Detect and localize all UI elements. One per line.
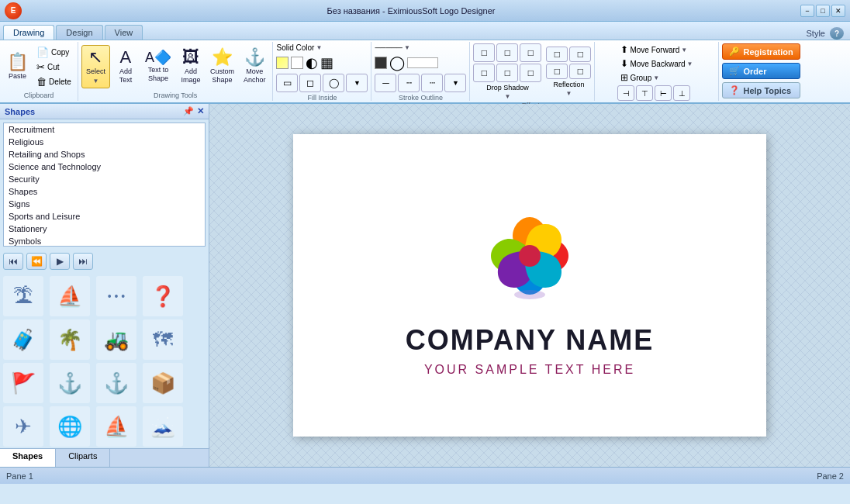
shape-icon-cell[interactable]: • • • [96,276,136,316]
shape-icon-cell[interactable]: ✈ [3,406,43,447]
list-item[interactable]: Symbols [4,235,205,247]
close-icon[interactable]: ✕ [197,106,204,116]
list-item[interactable]: Security [4,173,205,185]
select-tool-button[interactable]: ↖ Select ▼ [81,45,110,88]
effect-btn1[interactable]: □ [473,43,495,62]
stroke-more-btn[interactable]: ▼ [444,74,466,92]
tab-shapes[interactable]: Shapes [0,449,56,467]
shape-icon-cell[interactable]: 🧳 [3,319,43,360]
fill-type-dropdown[interactable]: Solid Color ▼ [276,43,322,52]
round-shape-btn[interactable]: ◻ [299,74,321,92]
circle-shape-btn[interactable]: ◯ [323,74,344,92]
shape-icon-cell[interactable]: ⚓ [50,363,90,403]
reflection-btn4[interactable]: □ [569,64,591,79]
shape-icon-cell[interactable]: 🗻 [143,406,183,447]
rect-shape-btn[interactable]: ▭ [276,74,298,92]
shape-icon-cell[interactable]: 🚩 [3,363,43,403]
fill-color2-swatch[interactable] [291,57,303,69]
list-item[interactable]: Science and Technology [4,161,205,173]
stroke-style1[interactable]: ─ [375,74,396,92]
pin-icon[interactable]: 📌 [183,106,194,116]
shape-icon-cell[interactable]: ⛵ [50,276,90,316]
stroke-circle[interactable]: ◯ [389,54,405,71]
fill-more-btn[interactable]: ▼ [346,74,368,92]
stroke-style2[interactable]: ╌ [398,74,420,92]
effects-group: □ □ □ □ □ □ Drop Shadow ▼ □ □ □ [470,42,595,101]
move-backward-icon: ⬇ [620,58,628,69]
copy-button[interactable]: 📄 Copy [33,46,74,59]
list-item[interactable]: Religious [4,136,205,148]
group-button[interactable]: ⊞ Group ▼ [617,71,662,84]
list-item[interactable]: Signs [4,198,205,210]
shape-icon-cell[interactable]: 🚜 [96,319,136,360]
company-name: COMPANY NAME [406,324,655,357]
move-anchor-button[interactable]: ⚓ MoveAnchor [240,45,270,88]
media-controls: ⏮ ⏪ ▶ ⏭ [0,250,209,273]
maximize-button[interactable]: □ [816,5,830,17]
stroke-dropdown[interactable]: ───── ▼ [375,43,409,52]
forward-button[interactable]: ⏭ [73,253,93,270]
stroke-style3[interactable]: ┄ [421,74,443,92]
list-item[interactable]: Recruitment [4,123,205,136]
stroke-color-swatch[interactable] [375,57,387,69]
move-forward-button[interactable]: ⬆ Move Forward ▼ [617,43,690,56]
registration-button[interactable]: 🔑 Registration [722,43,800,60]
list-item[interactable]: Stationery [4,223,205,235]
shape-icon-cell[interactable]: ❓ [143,276,183,316]
select-icon: ↖ [88,49,102,66]
move-forward-icon: ⬆ [620,44,628,55]
paste-button[interactable]: 📋 Paste [3,45,32,88]
fill-solid-color-label: Solid Color [276,43,314,52]
reflection-btn1[interactable]: □ [546,47,568,62]
effect-btn5[interactable]: □ [496,64,518,82]
play-button[interactable]: ▶ [50,253,70,270]
minimize-button[interactable]: − [800,5,814,17]
fill-color-swatch[interactable] [276,57,289,69]
list-item[interactable]: Sports and Leisure [4,210,205,223]
add-text-button[interactable]: A AddText [112,45,140,88]
window-controls: − □ ✕ [800,5,845,17]
tab-view[interactable]: View [105,25,143,40]
align-btn4[interactable]: ⊥ [673,85,690,101]
close-button[interactable]: ✕ [831,5,845,17]
shape-icon-cell[interactable]: 🌴 [50,319,90,360]
shape-icon-cell[interactable]: 🌐 [50,406,90,447]
shape-icon-cell[interactable]: 🗺 [143,319,183,360]
shape-icon-cell[interactable]: 🏝 [3,276,43,316]
shapes-grid: 🏝 ⛵ • • • ❓ 🧳 🌴 🚜 🗺 🚩 ⚓ ⚓ 📦 ✈ 🌐 ⛵ 🗻 🏕 👜 … [0,273,209,448]
align-btn2[interactable]: ⊤ [636,85,653,101]
clipboard-group: 📋 Paste 📄 Copy ✂ Cut 🗑 Delete Clipboar [0,42,78,101]
custom-shape-button[interactable]: ⭐ CustomShape [206,45,238,88]
svg-point-0 [519,245,541,267]
list-item[interactable]: Retailing and Shops [4,148,205,161]
effect-btn4[interactable]: □ [473,64,495,82]
reflection-btn2[interactable]: □ [569,47,591,62]
help-topics-button[interactable]: ❓ Help Topics [722,82,800,98]
effect-btn6[interactable]: □ [520,64,541,82]
cut-button[interactable]: ✂ Cut [33,60,74,74]
move-backward-button[interactable]: ⬇ Move Backward ▼ [617,57,696,70]
window-title: Без названия - EximiousSoft Logo Designe… [22,6,800,16]
list-item[interactable]: Shapes [4,185,205,198]
add-image-button[interactable]: 🖼 AddImage [177,45,205,88]
rewind-button[interactable]: ⏮ [3,253,23,270]
tab-design[interactable]: Design [56,25,102,40]
effect-btn2[interactable]: □ [496,43,518,62]
order-button[interactable]: 🛒 Order [722,63,800,79]
align-btn1[interactable]: ⊣ [617,85,634,101]
shape-icon-cell[interactable]: ⛵ [96,406,136,447]
effect-btn3[interactable]: □ [520,43,541,62]
style-help-button[interactable]: ? [830,27,844,40]
tab-cliparts[interactable]: Cliparts [56,449,110,467]
delete-button[interactable]: 🗑 Delete [33,75,74,88]
opacity-circle[interactable]: ◐ [306,54,318,71]
tab-drawing[interactable]: Drawing [3,25,54,40]
fill-pattern[interactable]: ▦ [320,54,333,71]
text-to-shape-button[interactable]: A🔷 Text toShape [141,45,175,88]
back-button[interactable]: ⏪ [26,253,47,270]
align-btn3[interactable]: ⊢ [655,85,672,101]
reflection-btn3[interactable]: □ [546,64,568,79]
shape-icon-cell[interactable]: 📦 [143,363,183,403]
shape-icon-cell[interactable]: ⚓ [96,363,136,403]
shapes-list[interactable]: Recruitment Religious Retailing and Shop… [3,123,206,247]
